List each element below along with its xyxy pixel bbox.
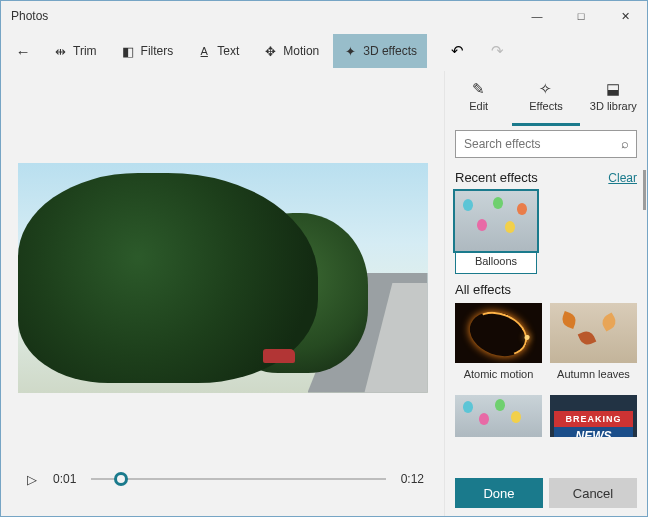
effect-thumbnail	[455, 303, 542, 363]
panel-tabs: ✎ Edit ✧ Effects ⬓ 3D library	[445, 71, 647, 126]
playback-bar: ▷ 0:01 0:12	[13, 454, 432, 504]
tab-label: Edit	[469, 100, 488, 112]
tool-label: Motion	[283, 44, 319, 58]
all-effects-header: All effects	[455, 282, 511, 297]
motion-icon: ✥	[263, 44, 277, 58]
maximize-button[interactable]: □	[559, 1, 603, 31]
redo-button[interactable]: ↷	[483, 37, 511, 65]
effects-panel: ✎ Edit ✧ Effects ⬓ 3D library ⌕ Recent e…	[444, 71, 647, 516]
tab-3d-library[interactable]: ⬓ 3D library	[580, 71, 647, 126]
tab-label: 3D library	[590, 100, 637, 112]
search-icon: ⌕	[621, 136, 629, 151]
tab-effects[interactable]: ✧ Effects	[512, 71, 579, 126]
editor-area: ▷ 0:01 0:12	[1, 71, 444, 516]
effect-label: Balloons	[455, 251, 537, 274]
search-input[interactable]	[455, 130, 637, 158]
tool-label: Trim	[73, 44, 97, 58]
effect-atomic-motion[interactable]: Atomic motion	[455, 303, 542, 387]
trim-icon: ⇹	[53, 44, 67, 58]
tool-label: Text	[217, 44, 239, 58]
minimize-button[interactable]: —	[515, 1, 559, 31]
window-buttons: — □ ✕	[515, 1, 647, 31]
seek-thumb[interactable]	[114, 472, 128, 486]
app-title: Photos	[1, 9, 515, 23]
recent-effects-header: Recent effects	[455, 170, 538, 185]
tool-trim[interactable]: ⇹ Trim	[43, 34, 107, 68]
effect-balloons[interactable]: Balloons	[455, 191, 537, 274]
tab-label: Effects	[529, 100, 562, 112]
tool-motion[interactable]: ✥ Motion	[253, 34, 329, 68]
effect-autumn-leaves[interactable]: Autumn leaves	[550, 303, 637, 387]
effect-label: Atomic motion	[463, 363, 535, 387]
play-button[interactable]: ▷	[21, 468, 43, 490]
back-button[interactable]: ←	[7, 35, 39, 67]
main-toolbar: ← ⇹ Trim ◧ Filters A Text ✥ Motion ✦ 3D …	[1, 31, 647, 71]
title-bar: Photos — □ ✕	[1, 1, 647, 31]
effect-label: Autumn leaves	[556, 363, 631, 387]
duration-time: 0:12	[396, 472, 424, 486]
current-time: 0:01	[53, 472, 81, 486]
clear-link[interactable]: Clear	[608, 171, 637, 185]
done-button[interactable]: Done	[455, 478, 543, 508]
effect-thumbnail: BREAKINGNEWS	[550, 395, 637, 437]
pencil-icon: ✎	[472, 80, 485, 97]
seek-track[interactable]	[91, 469, 386, 489]
effect-thumbnail	[455, 395, 542, 437]
close-button[interactable]: ✕	[603, 1, 647, 31]
effects-icon: ✧	[539, 80, 552, 97]
tool-filters[interactable]: ◧ Filters	[111, 34, 184, 68]
cancel-button[interactable]: Cancel	[549, 478, 637, 508]
tool-label: 3D effects	[363, 44, 417, 58]
tab-edit[interactable]: ✎ Edit	[445, 71, 512, 126]
video-preview[interactable]	[18, 163, 428, 393]
effect-breaking-news[interactable]: BREAKINGNEWS	[550, 395, 637, 437]
tool-3d-effects[interactable]: ✦ 3D effects	[333, 34, 427, 68]
tool-label: Filters	[141, 44, 174, 58]
effects-scroll[interactable]: Recent effects Clear Balloons All effect…	[445, 166, 647, 470]
cube-icon: ⬓	[606, 80, 620, 97]
scrollbar-thumb[interactable]	[643, 170, 646, 210]
tool-text[interactable]: A Text	[187, 34, 249, 68]
undo-button[interactable]: ↶	[443, 37, 471, 65]
text-icon: A	[197, 44, 211, 58]
effect-thumbnail	[455, 191, 537, 251]
filters-icon: ◧	[121, 44, 135, 58]
sparkle-icon: ✦	[343, 44, 357, 58]
effect-balloons-all[interactable]	[455, 395, 542, 437]
effect-thumbnail	[550, 303, 637, 363]
